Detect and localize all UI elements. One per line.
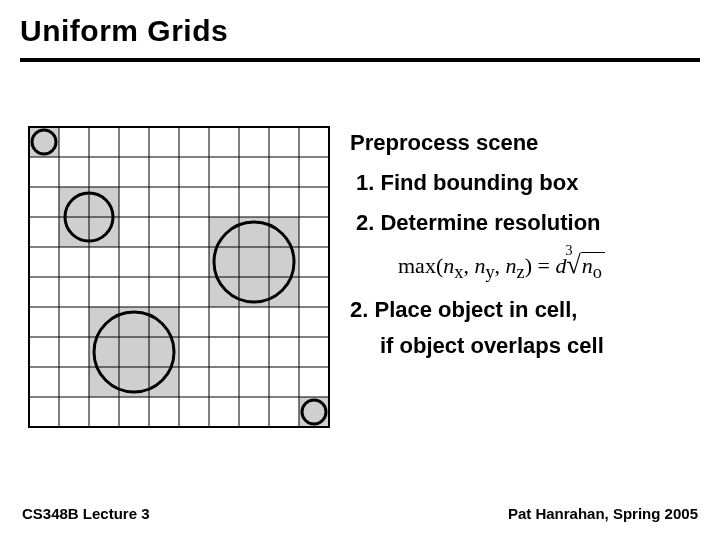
footer: CS348B Lecture 3 Pat Hanrahan, Spring 20… <box>22 505 698 522</box>
formula-n3-sub: z <box>517 262 525 282</box>
section-heading: Preprocess scene <box>350 130 700 156</box>
formula-n2: n <box>474 253 485 278</box>
formula-n1: n <box>443 253 454 278</box>
shaded-cells <box>209 217 299 307</box>
formula-n1-sub: x <box>454 262 463 282</box>
page-title: Uniform Grids <box>20 14 700 48</box>
formula-n2-sub: y <box>485 262 494 282</box>
resolution-formula: max(nx, ny, nz) = d3√no <box>398 250 700 283</box>
footer-right: Pat Hanrahan, Spring 2005 <box>508 505 698 522</box>
formula-no-sub: o <box>593 262 602 282</box>
step-3b: if object overlaps cell <box>350 333 700 359</box>
grid-figure <box>28 126 330 428</box>
step-1: 1. Find bounding box <box>350 170 700 196</box>
formula-max: max( <box>398 253 443 278</box>
shaded-cells <box>89 307 179 397</box>
formula-n3: n <box>506 253 517 278</box>
formula-no: n <box>582 253 593 278</box>
grid-svg <box>28 126 330 428</box>
step-3a: 2. Place object in cell, <box>350 297 700 323</box>
formula-comma2: , <box>495 253 506 278</box>
root-index: 3 <box>565 243 572 259</box>
formula-close: ) = <box>525 253 556 278</box>
title-rule <box>20 58 700 62</box>
text-column: Preprocess scene 1. Find bounding box 2.… <box>330 126 700 428</box>
cube-root: 3√no <box>566 250 604 283</box>
footer-left: CS348B Lecture 3 <box>22 505 150 522</box>
content-row: Preprocess scene 1. Find bounding box 2.… <box>20 126 700 428</box>
slide: Uniform Grids Preprocess scene 1. Find b… <box>0 0 720 540</box>
formula-comma1: , <box>463 253 474 278</box>
radicand: no <box>581 252 605 278</box>
step-2: 2. Determine resolution <box>350 210 700 236</box>
